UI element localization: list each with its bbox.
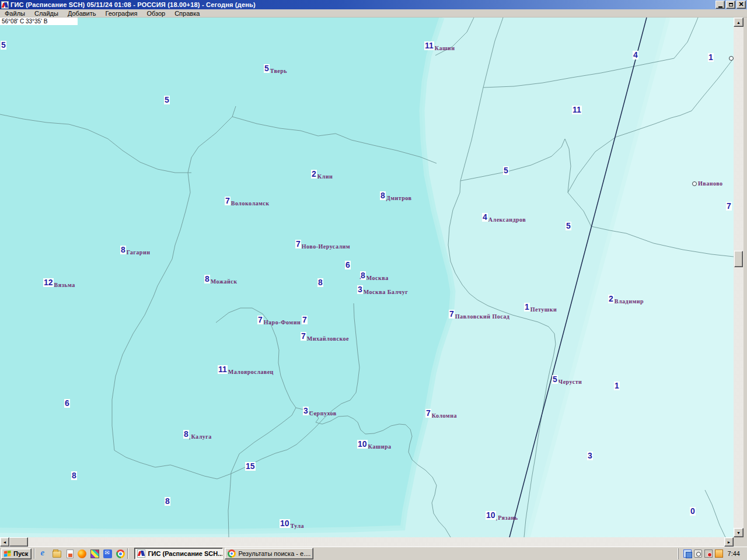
- quicklaunch-folder-icon[interactable]: [53, 551, 61, 558]
- taskbar: Пуск ГИС (Расписание SCH...Результаты по…: [0, 547, 747, 560]
- city-circle-marker: Иваново: [692, 178, 723, 188]
- minimize-button[interactable]: [715, 1, 725, 9]
- menu-bar: ФайлыСлайдыДобавитьГеографияОбзорСправка: [0, 9, 747, 18]
- quicklaunch-media-app-icon[interactable]: [90, 550, 99, 558]
- task-button-label: Результаты поиска - е....: [238, 550, 310, 557]
- menu-item-5[interactable]: Справка: [170, 9, 204, 18]
- horizontal-scrollbar-thumb[interactable]: [9, 537, 28, 547]
- menu-item-4[interactable]: Обзор: [142, 9, 170, 18]
- scroll-down-arrow-icon[interactable]: ▼: [734, 528, 743, 537]
- tray-sync-icon[interactable]: [694, 550, 702, 558]
- scroll-up-arrow-icon[interactable]: ▲: [734, 18, 743, 27]
- taskbar-divider: [34, 548, 35, 559]
- restore-button[interactable]: [726, 1, 735, 9]
- start-button-label: Пуск: [13, 550, 28, 557]
- task-button[interactable]: Результаты поиска - е....: [225, 548, 313, 559]
- menu-item-1[interactable]: Слайды: [30, 9, 63, 18]
- window-title: ГИС (Расписание SCH) 05/11/24 01:08 - РО…: [11, 1, 256, 8]
- coordinates-readout: 56°08' С 33°35' В: [0, 18, 78, 25]
- window-edge: [743, 18, 747, 547]
- gis-app-icon: [137, 550, 145, 558]
- vertical-scrollbar-track[interactable]: [734, 27, 743, 528]
- gis-app-icon: [1, 1, 9, 9]
- task-buttons: ГИС (Расписание SCH...Результаты поиска …: [134, 548, 313, 559]
- quicklaunch-chrome-icon[interactable]: [116, 550, 125, 558]
- scroll-right-arrow-icon[interactable]: ►: [724, 537, 734, 547]
- title-bar: ГИС (Расписание SCH) 05/11/24 01:08 - РО…: [0, 0, 747, 9]
- clock: 7:44: [725, 550, 742, 557]
- scrollbar-corner: [734, 537, 743, 547]
- menu-item-2[interactable]: Добавить: [63, 9, 101, 18]
- map-canvas[interactable]: 511Кашин5Тверь415112Клин58Дмитров7Волоко…: [0, 18, 734, 537]
- taskbar-divider: [127, 548, 128, 559]
- system-tray: 7:44: [678, 548, 746, 559]
- quicklaunch-firefox-icon[interactable]: [78, 550, 86, 558]
- city-markers-layer: Иваново: [0, 18, 734, 537]
- city-circle-marker: [729, 52, 734, 63]
- tray-network-icon[interactable]: [683, 550, 692, 558]
- menu-item-0[interactable]: Файлы: [0, 9, 30, 18]
- menu-item-3[interactable]: География: [101, 9, 142, 18]
- windows-flag-icon: [4, 550, 12, 557]
- start-button[interactable]: Пуск: [1, 548, 32, 559]
- close-button[interactable]: ✕: [736, 1, 746, 9]
- task-button[interactable]: ГИС (Расписание SCH...: [134, 548, 223, 559]
- chrome-icon: [228, 550, 236, 558]
- scroll-left-arrow-icon[interactable]: ◄: [0, 537, 9, 547]
- quicklaunch-mail-icon[interactable]: [103, 550, 112, 558]
- quicklaunch-document-icon[interactable]: [67, 550, 74, 558]
- tray-alert-icon[interactable]: [704, 550, 713, 558]
- vertical-scrollbar-thumb[interactable]: [734, 251, 743, 267]
- quick-launch-bar: [40, 550, 125, 558]
- task-button-label: ГИС (Расписание SCH...: [148, 550, 223, 557]
- quicklaunch-internet-explorer-icon[interactable]: [40, 550, 48, 558]
- tray-orange-icon[interactable]: [715, 550, 723, 558]
- horizontal-scrollbar-track[interactable]: [0, 537, 734, 547]
